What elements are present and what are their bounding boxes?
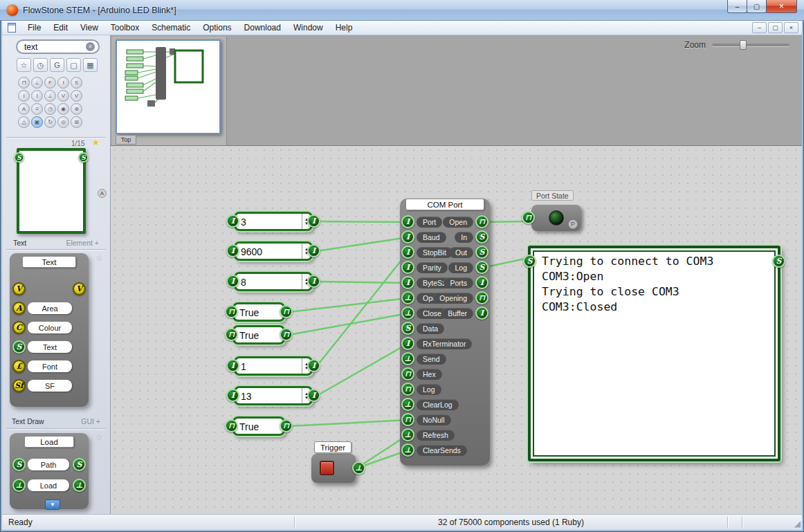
schematic-tab-top[interactable]: Top [116,136,136,145]
trigger-module[interactable]: Trigger ⊥ [311,454,356,483]
port-state-module[interactable]: Port State ⊓ P [526,190,585,235]
clear-search-icon[interactable]: × [86,42,95,51]
component-icon[interactable]: ◉ [57,103,69,115]
int-connector-icon[interactable]: I [307,275,320,288]
int-connector-icon[interactable]: I [226,244,239,257]
document-icon[interactable] [8,23,16,33]
maximize-button[interactable]: ▢ [747,0,767,13]
menu-help[interactable]: Help [329,21,359,34]
component-icon[interactable]: ≡ [31,103,43,115]
trigger-connector-icon[interactable]: ⊥ [401,291,414,304]
component-icon[interactable]: I [18,90,30,102]
component-icon[interactable]: △ [18,116,30,128]
int-connector-icon[interactable]: I [307,389,320,402]
view-connector-icon[interactable]: V [73,282,86,295]
text-display-module[interactable]: S S Trying to connect to COM3COM3:OpenTr… [528,246,780,461]
component-icon[interactable]: ⊓ [18,77,30,89]
boolean-connector-icon[interactable]: ⊓ [522,211,535,224]
trigger-connector-icon[interactable]: ⊥ [401,306,414,320]
boolean-connector-icon[interactable]: ⊓ [225,328,238,341]
string-format-connector-icon[interactable]: Sf [12,379,26,392]
int-connector-icon[interactable]: I [226,389,239,402]
trigger-connector-icon[interactable]: ⊥ [12,479,26,492]
string-connector-icon[interactable]: S [73,458,86,471]
mdi-minimize-button[interactable]: – [752,22,767,33]
component-icon[interactable]: ◎ [57,116,69,128]
resize-grip[interactable]: ◢ [794,520,802,528]
string-connector-icon[interactable]: S [475,261,488,274]
component-icon[interactable]: ⊞ [71,116,82,128]
title-bar[interactable]: FlowStone STEM - [Arduino LED Blink*] – … [0,0,804,21]
boolean-connector-icon[interactable]: ⊓ [475,215,488,228]
int-connector-icon[interactable]: I [307,359,320,372]
int-connector-icon[interactable]: I [401,261,414,274]
component-icon[interactable]: ↻ [44,116,56,128]
trigger-connector-icon[interactable]: ⊥ [401,428,414,441]
string-connector-icon[interactable]: S [401,322,414,335]
close-button[interactable]: × [766,0,797,13]
component-icon[interactable]: I [57,77,69,89]
value-box[interactable]: I8▲▼I [234,272,313,291]
value-box[interactable]: I9600▲▼I [234,241,313,261]
int-connector-icon[interactable]: I [401,337,414,350]
string-connector-icon[interactable]: S [475,246,488,259]
value-box[interactable]: I3▲▼I [234,212,313,231]
trigger-connector-icon[interactable]: ⊥ [352,461,365,475]
component-icon[interactable]: V [57,90,69,102]
menu-toolbox[interactable]: Toolbox [104,21,145,34]
string-connector-icon[interactable]: S [12,340,26,354]
schematic-thumbnail[interactable] [116,39,221,134]
int-connector-icon[interactable]: I [475,306,488,320]
menu-schematic[interactable]: Schematic [145,21,197,34]
string-connector-icon[interactable]: S [475,230,488,244]
int-connector-icon[interactable]: I [307,214,320,228]
colour-connector-icon[interactable]: C [12,321,26,334]
boolean-connector-icon[interactable]: ⊓ [401,367,414,380]
string-connector-icon[interactable]: S [14,152,24,163]
com-port-module[interactable]: COM PortIPortIBaudIStopBitIParityIByteSz… [400,199,490,466]
trigger-connector-icon[interactable]: ⊥ [401,398,414,411]
trigger-connector-icon[interactable]: ⊥ [401,352,414,365]
zoom-slider-thumb[interactable] [740,40,747,50]
value-box[interactable]: ⊓True⊓ [232,325,285,345]
boolean-connector-icon[interactable]: ⊓ [401,413,414,426]
load-component-template[interactable]: Load SPathS⊥Load⊥ [10,433,89,509]
value-box[interactable]: I1▲▼I [234,356,313,376]
view-connector-icon[interactable]: V [12,282,26,295]
string-connector-icon[interactable]: S [523,255,536,268]
menu-edit[interactable]: Edit [47,21,74,34]
minimize-button[interactable]: – [727,0,747,13]
trigger-connector-icon[interactable]: ⊥ [73,479,86,492]
toolbox-quick-icon[interactable]: G [50,58,64,72]
int-connector-icon[interactable]: I [401,215,414,228]
component-icon[interactable]: ⊥ [31,77,43,89]
int-connector-icon[interactable]: I [226,359,239,372]
component-icon[interactable]: F [44,77,56,89]
menu-window[interactable]: Window [287,21,329,34]
value-box[interactable]: ⊓True⊓ [232,302,285,322]
component-icon[interactable]: I [31,90,43,102]
component-preview[interactable]: S S [17,148,86,234]
component-icon[interactable]: ⊕ [71,103,82,115]
value-box[interactable]: ⊓True⊓ [232,416,285,436]
properties-badge[interactable]: P [568,219,578,229]
component-icon[interactable]: ◷ [44,103,56,115]
int-connector-icon[interactable]: I [401,276,414,289]
menu-download[interactable]: Download [238,21,287,34]
favorite-star-icon[interactable]: ★ [92,138,100,147]
zoom-slider[interactable] [712,44,789,46]
font-connector-icon[interactable]: £ [12,360,26,373]
int-connector-icon[interactable]: I [226,275,239,288]
boolean-connector-icon[interactable]: ⊓ [225,305,238,318]
favorite-star-icon[interactable]: ☆ [95,432,103,442]
favorite-star-icon[interactable]: ☆ [95,253,103,263]
index-marker[interactable]: A [98,189,107,198]
int-connector-icon[interactable]: I [401,230,414,244]
string-connector-icon[interactable]: S [772,255,785,268]
boolean-connector-icon[interactable]: ⊓ [280,419,293,432]
port-state-body[interactable]: ⊓ P [531,205,581,231]
mdi-restore-button[interactable]: ▢ [768,22,783,33]
int-connector-icon[interactable]: I [226,214,239,228]
string-connector-icon[interactable]: S [78,152,89,163]
int-connector-icon[interactable]: I [401,246,414,259]
